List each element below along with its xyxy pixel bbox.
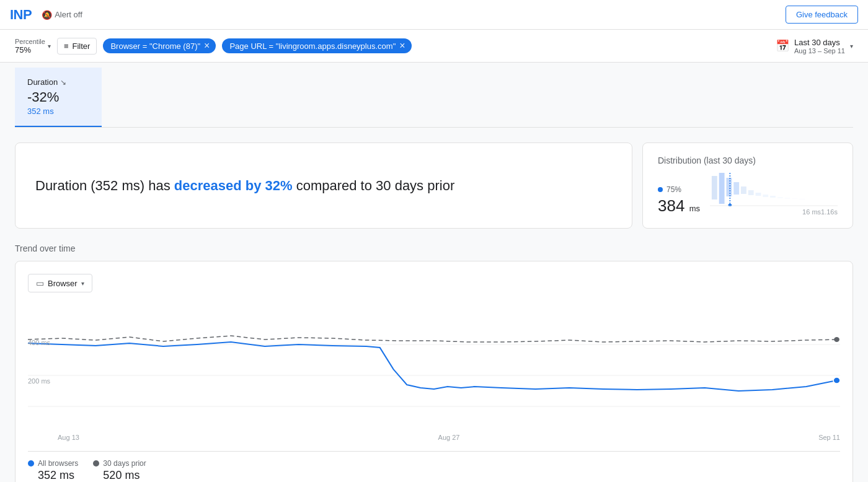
metric-tabs: Duration ↘ -32% 352 ms — [15, 68, 853, 128]
distribution-title: Distribution (last 30 days) — [658, 156, 838, 165]
svg-rect-6 — [756, 193, 761, 196]
filter-label: Filter — [73, 42, 91, 51]
tab-duration[interactable]: Duration ↘ -32% 352 ms — [15, 68, 102, 127]
top-bar: INP 🔕 Alert off Give feedback — [0, 0, 868, 30]
filter-icon: ≡ — [64, 42, 69, 51]
filter-button[interactable]: ≡ Filter — [57, 38, 97, 55]
svg-rect-0 — [712, 176, 717, 199]
tab-duration-label: Duration — [27, 77, 58, 87]
filter-bar: Percentile 75% ▾ ≡ Filter Browser = "Chr… — [0, 30, 868, 63]
browser-filter-chip[interactable]: Browser = "Chrome (87)" × — [103, 38, 216, 53]
distribution-card: Distribution (last 30 days) 75% 384 ms — [642, 142, 853, 229]
prior-label: 30 days prior — [103, 459, 146, 468]
browser-selector-button[interactable]: ▭ Browser ▾ — [28, 274, 92, 292]
inp-badge: INP — [10, 7, 32, 23]
browser-chip-close[interactable]: × — [204, 41, 210, 51]
date-chevron-icon: ▾ — [850, 43, 853, 50]
x-label-aug13: Aug 13 — [58, 434, 79, 441]
svg-rect-9 — [777, 197, 783, 198]
percentile-value: 75% — [15, 45, 31, 55]
svg-point-14 — [728, 204, 732, 206]
svg-rect-5 — [748, 190, 754, 195]
y-label-400: 400 ms — [28, 339, 58, 346]
y-axis-labels: 400 ms 200 ms — [28, 307, 58, 419]
legend-prior: 30 days prior 520 ms — [93, 459, 146, 482]
svg-point-20 — [833, 377, 840, 383]
date-range-label: Last 30 days — [794, 38, 840, 47]
browser-chevron-icon: ▾ — [81, 280, 84, 287]
top-bar-left: INP 🔕 Alert off — [10, 7, 82, 23]
alert-off-label: Alert off — [55, 10, 82, 19]
legend-dot-blue — [28, 460, 34, 467]
svg-rect-3 — [733, 182, 739, 195]
dist-axis-min: 16 ms — [802, 208, 821, 216]
browser-icon: ▭ — [36, 278, 44, 288]
date-range-sub: Aug 13 – Sep 11 — [794, 47, 845, 55]
y-label-200: 200 ms — [28, 377, 58, 385]
date-range-picker[interactable]: 📅 Last 30 days Aug 13 – Sep 11 ▾ — [776, 37, 853, 55]
browser-selector-label: Browser — [48, 279, 78, 288]
svg-rect-2 — [726, 178, 732, 196]
all-browsers-label: All browsers — [38, 459, 78, 468]
pageurl-chip-label: Page URL = "livingroom.apps.disneyplus.c… — [229, 42, 396, 51]
x-label-sep11: Sep 11 — [818, 434, 840, 441]
trend-chart-svg — [28, 307, 840, 419]
tab-ms-value: 352 — [27, 107, 41, 116]
summary-highlight: decreased by 32% — [174, 178, 293, 193]
svg-rect-7 — [763, 195, 768, 197]
legend-dot-gray — [93, 460, 99, 467]
summary-text-after: compared to 30 days prior — [293, 178, 455, 193]
pageurl-chip-close[interactable]: × — [399, 41, 405, 51]
svg-rect-8 — [770, 196, 776, 198]
percentile-label: Percentile — [15, 38, 45, 45]
trend-down-icon: ↘ — [60, 78, 66, 87]
prior-value: 520 ms — [93, 469, 146, 482]
trend-section: Trend over time ▭ Browser ▾ 400 ms 200 m… — [15, 243, 853, 482]
dist-value: 384 — [658, 196, 684, 215]
tab-unit: ms — [43, 107, 53, 116]
x-label-aug27: Aug 27 — [438, 434, 460, 441]
svg-rect-10 — [785, 198, 790, 199]
dist-unit: ms — [689, 204, 700, 213]
dist-dot — [658, 187, 663, 192]
summary-text-before: Duration (352 ms) has — [35, 178, 174, 193]
calendar-icon: 📅 — [776, 39, 789, 53]
legend-all-browsers: All browsers 352 ms — [28, 459, 78, 482]
pageurl-filter-chip[interactable]: Page URL = "livingroom.apps.disneyplus.c… — [222, 38, 411, 53]
alert-off[interactable]: 🔕 Alert off — [42, 10, 82, 20]
chevron-down-icon: ▾ — [48, 43, 51, 50]
browser-chip-label: Browser = "Chrome (87)" — [110, 42, 200, 51]
svg-rect-11 — [792, 198, 797, 199]
main-content: Duration ↘ -32% 352 ms Duration (352 ms)… — [0, 68, 868, 482]
bell-off-icon: 🔕 — [42, 10, 52, 20]
distribution-chart: 16 ms 1.16s — [710, 173, 838, 216]
svg-rect-4 — [741, 186, 746, 194]
svg-rect-12 — [799, 199, 805, 199]
svg-rect-1 — [719, 173, 725, 204]
svg-point-19 — [834, 337, 839, 342]
summary-row: Duration (352 ms) has decreased by 32% c… — [15, 142, 853, 229]
percentile-selector[interactable]: Percentile 75% ▾ — [15, 38, 51, 55]
trend-card: ▭ Browser ▾ 400 ms 200 ms — [15, 261, 853, 482]
summary-text: Duration (352 ms) has decreased by 32% c… — [35, 175, 454, 196]
summary-card-main: Duration (352 ms) has decreased by 32% c… — [15, 142, 632, 229]
trend-title: Trend over time — [15, 243, 853, 253]
dist-percentile: 75% — [666, 185, 681, 194]
trend-chart-container: 400 ms 200 ms — [28, 307, 840, 431]
chart-legend: All browsers 352 ms 30 days prior 520 ms — [28, 451, 840, 482]
all-browsers-value: 352 ms — [28, 469, 78, 482]
dist-axis-max: 1.16s — [821, 208, 838, 216]
tab-change: -32% — [27, 89, 59, 105]
give-feedback-button[interactable]: Give feedback — [786, 6, 858, 24]
x-axis-labels: Aug 13 Aug 27 Sep 11 — [28, 431, 840, 441]
